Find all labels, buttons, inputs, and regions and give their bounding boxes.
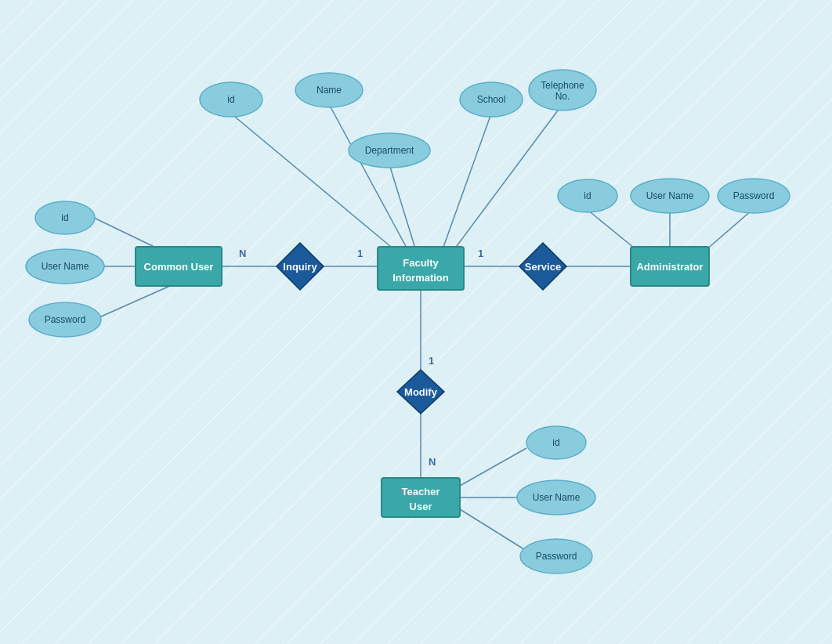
faculty-information-label2: Information xyxy=(392,272,449,284)
faculty-tel-text1: Telephone xyxy=(541,80,584,91)
card-n-modify: N xyxy=(429,456,436,468)
teacher-user-label: Teacher xyxy=(402,486,440,497)
faculty-information-label: Faculty xyxy=(403,257,439,269)
adm-password-text: Password xyxy=(733,190,775,201)
er-diagram: Faculty Information Common User Administ… xyxy=(0,0,832,644)
administrator-label: Administrator xyxy=(636,261,703,273)
tu-username-text: User Name xyxy=(533,492,581,503)
tu-id-text: id xyxy=(552,437,559,448)
adm-id-text: id xyxy=(584,190,591,201)
faculty-id-text: id xyxy=(227,94,234,105)
inquiry-label: Inquiry xyxy=(283,261,317,273)
card-1-modify: 1 xyxy=(429,355,434,367)
card-1-service: 1 xyxy=(478,248,483,259)
card-n-inquiry: N xyxy=(239,248,246,259)
teacher-user-label2: User xyxy=(410,501,432,512)
modify-label: Modify xyxy=(404,386,438,398)
tu-password-text: Password xyxy=(536,551,577,562)
cu-username-text: User Name xyxy=(42,261,89,272)
card-1-inquiry: 1 xyxy=(357,248,363,259)
service-label: Service xyxy=(525,261,561,273)
faculty-name-text: Name xyxy=(317,85,342,96)
adm-username-text: User Name xyxy=(646,190,694,201)
cu-password-text: Password xyxy=(45,314,86,325)
faculty-tel-text2: No. xyxy=(555,91,570,102)
faculty-school-text: School xyxy=(477,94,506,105)
svg-rect-2 xyxy=(0,0,832,644)
faculty-dept-text: Department xyxy=(365,145,414,156)
common-user-label: Common User xyxy=(144,261,214,273)
cu-id-text: id xyxy=(61,212,68,223)
